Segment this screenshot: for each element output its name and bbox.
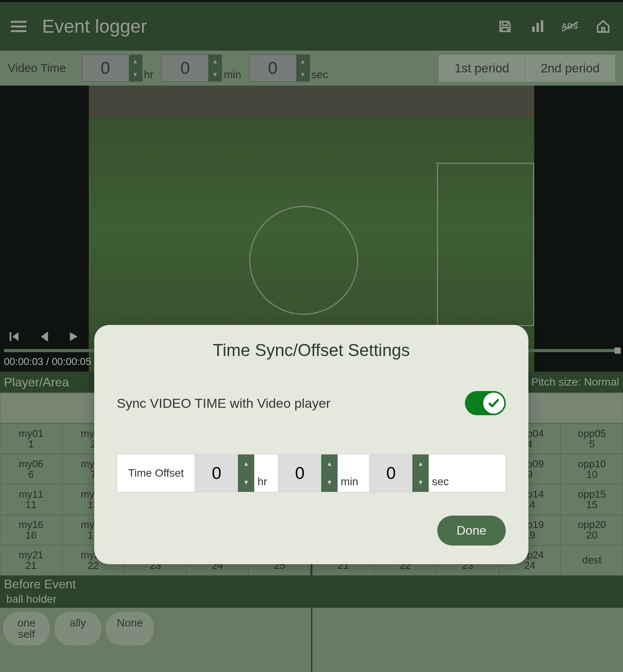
chevron-up-icon[interactable]: ▲ xyxy=(412,454,429,473)
chevron-up-icon[interactable]: ▲ xyxy=(321,454,338,473)
check-icon xyxy=(483,393,504,414)
chevron-down-icon[interactable]: ▼ xyxy=(412,473,429,492)
time-offset-label: Time Offset xyxy=(117,467,195,479)
time-sync-modal: Time Sync/Offset Settings Sync VIDEO TIM… xyxy=(94,325,528,564)
chevron-down-icon[interactable]: ▼ xyxy=(321,473,338,492)
chevron-down-icon[interactable]: ▼ xyxy=(238,473,254,492)
modal-title: Time Sync/Offset Settings xyxy=(117,340,506,360)
sync-label: Sync VIDEO TIME with Video player xyxy=(117,396,465,411)
chevron-up-icon[interactable]: ▲ xyxy=(238,454,254,473)
offset-min-input[interactable]: 0 ▲▼ xyxy=(278,454,338,492)
sync-toggle[interactable] xyxy=(465,391,506,415)
done-button[interactable]: Done xyxy=(437,516,506,546)
offset-hr-input[interactable]: 0 ▲▼ xyxy=(195,454,254,492)
offset-sec-input[interactable]: 0 ▲▼ xyxy=(369,454,429,492)
time-offset-row: Time Offset 0 ▲▼ hr 0 ▲▼ min 0 ▲▼ sec xyxy=(117,454,506,492)
